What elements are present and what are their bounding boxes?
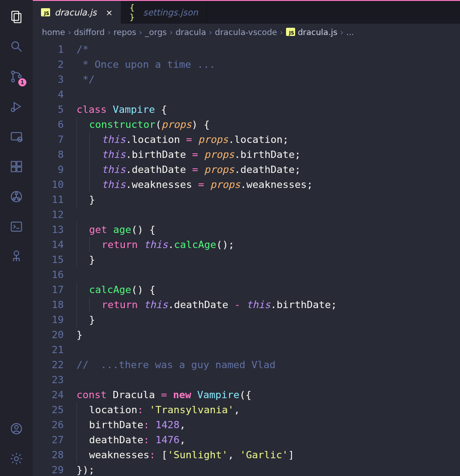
activity-debug-icon[interactable] <box>5 96 27 117</box>
tab-label: dracula.js <box>55 7 97 17</box>
code-line[interactable] <box>77 87 460 102</box>
code-line[interactable]: location: 'Transylvania', <box>77 402 460 417</box>
code-area[interactable]: /* * Once upon a time ... */ class Vampi… <box>77 42 460 476</box>
svg-point-17 <box>15 193 18 195</box>
line-number: 5 <box>33 102 64 117</box>
tab-label: settings.json <box>143 7 198 17</box>
js-file-icon: JS <box>286 28 295 36</box>
code-line[interactable]: const Dracula = new Vampire({ <box>77 387 460 402</box>
code-line[interactable] <box>77 267 460 282</box>
code-line[interactable]: // ...there was a guy named Vlad <box>77 357 460 372</box>
activity-settings-icon[interactable] <box>5 448 27 470</box>
gutter: 1234567891011121314151617181920212223242… <box>33 42 77 476</box>
breadcrumb-item[interactable]: dracula-vscode <box>215 27 277 37</box>
activity-badge: 1 <box>18 78 26 86</box>
svg-rect-13 <box>17 162 21 166</box>
activity-source-ctrl-icon[interactable]: 1 <box>5 66 27 87</box>
code-line[interactable]: class Vampire { <box>77 102 460 117</box>
activity-git-circle-icon[interactable] <box>5 186 27 208</box>
line-number: 1 <box>33 42 64 57</box>
line-number: 8 <box>33 147 64 162</box>
svg-point-6 <box>18 75 21 78</box>
code-line[interactable]: get age() { <box>77 222 460 237</box>
line-number: 7 <box>33 132 64 147</box>
line-number: 13 <box>33 222 64 237</box>
line-number: 15 <box>33 252 64 267</box>
breadcrumb-item[interactable]: home <box>42 27 65 37</box>
svg-marker-7 <box>14 102 20 111</box>
code-line[interactable]: } <box>77 192 460 207</box>
code-line[interactable] <box>77 207 460 222</box>
editor[interactable]: 1234567891011121314151617181920212223242… <box>33 40 460 476</box>
breadcrumbs: home›dsifford›repos›_orgs›dracula›dracul… <box>33 24 460 40</box>
svg-point-5 <box>11 79 14 82</box>
activity-account-icon[interactable] <box>5 418 27 440</box>
svg-point-24 <box>15 425 18 429</box>
code-line[interactable]: birthDate: 1428, <box>77 417 460 432</box>
line-number: 11 <box>33 192 64 207</box>
tab-dracula-js[interactable]: JSdracula.js× <box>33 1 121 24</box>
activity-tree-icon[interactable] <box>5 246 27 268</box>
code-line[interactable]: }); <box>77 462 460 476</box>
code-line[interactable]: } <box>77 327 460 342</box>
line-number: 23 <box>33 372 64 387</box>
code-line[interactable]: } <box>77 312 460 327</box>
code-line[interactable]: this.weaknesses = props.weaknesses; <box>77 177 460 192</box>
svg-point-2 <box>12 42 19 49</box>
line-number: 14 <box>33 237 64 252</box>
line-number: 29 <box>33 462 64 476</box>
code-line[interactable]: this.deathDate = props.deathDate; <box>77 162 460 177</box>
line-number: 24 <box>33 387 64 402</box>
breadcrumb-item[interactable]: dracula <box>175 27 206 37</box>
code-line[interactable]: /* <box>77 42 460 57</box>
line-number: 6 <box>33 117 64 132</box>
chevron-right-icon: › <box>169 27 173 37</box>
breadcrumb-item[interactable]: dracula.js <box>298 27 337 37</box>
svg-rect-20 <box>11 222 22 231</box>
code-line[interactable]: * Once upon a time ... <box>77 57 460 72</box>
breadcrumb-item[interactable]: _orgs <box>145 27 167 37</box>
line-number: 27 <box>33 432 64 447</box>
breadcrumb-item[interactable]: dsifford <box>74 27 105 37</box>
js-file-icon: JS <box>41 8 50 17</box>
tabs-bar: JSdracula.js×{ }settings.json <box>33 0 460 24</box>
line-number: 25 <box>33 402 64 417</box>
activity-files-icon[interactable] <box>5 5 27 27</box>
line-number: 22 <box>33 357 64 372</box>
code-line[interactable]: */ <box>77 72 460 87</box>
code-line[interactable] <box>77 372 460 387</box>
svg-rect-15 <box>17 167 21 172</box>
line-number: 16 <box>33 267 64 282</box>
svg-rect-0 <box>12 11 19 20</box>
code-line[interactable]: weaknesses: ['Sunlight', 'Garlic'] <box>77 447 460 462</box>
line-number: 19 <box>33 312 64 327</box>
breadcrumb-item[interactable]: repos <box>113 27 136 37</box>
line-number: 4 <box>33 87 64 102</box>
code-line[interactable]: calcAge() { <box>77 282 460 297</box>
code-line[interactable]: return this.calcAge(); <box>77 237 460 252</box>
code-line[interactable]: deathDate: 1476, <box>77 432 460 447</box>
svg-rect-9 <box>11 132 22 140</box>
svg-line-3 <box>18 48 22 52</box>
svg-rect-14 <box>11 167 16 172</box>
code-line[interactable]: this.birthDate = props.birthDate; <box>77 147 460 162</box>
code-line[interactable] <box>77 342 460 357</box>
activity-terminal-icon[interactable] <box>5 216 27 238</box>
code-line[interactable]: } <box>77 252 460 267</box>
tab-settings-json[interactable]: { }settings.json <box>121 1 207 24</box>
svg-point-4 <box>11 71 14 74</box>
line-number: 18 <box>33 297 64 312</box>
activity-remote-icon[interactable] <box>5 126 27 147</box>
code-line[interactable]: return this.deathDate - this.birthDate; <box>77 297 460 312</box>
activity-bar: 1 <box>0 0 33 476</box>
json-file-icon: { } <box>129 8 138 17</box>
close-icon[interactable]: × <box>106 8 112 17</box>
chevron-right-icon: › <box>139 27 142 37</box>
breadcrumb-item[interactable]: ... <box>346 27 354 37</box>
activity-search-icon[interactable] <box>5 35 27 57</box>
code-line[interactable]: constructor(props) { <box>77 117 460 132</box>
chevron-right-icon: › <box>209 27 212 37</box>
svg-rect-12 <box>11 162 16 166</box>
code-line[interactable]: this.location = props.location; <box>77 132 460 147</box>
activity-extensions-icon[interactable] <box>5 156 27 177</box>
